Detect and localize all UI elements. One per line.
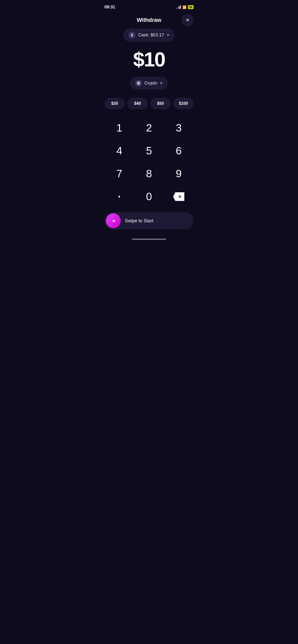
backspace-icon: ✕ xyxy=(173,192,184,201)
numpad-key-1[interactable]: 1 xyxy=(104,116,134,139)
numpad: 1 2 3 4 5 6 7 8 9 · 0 ✕ xyxy=(104,116,194,208)
swipe-cta: » Swipe to Start xyxy=(104,208,194,239)
main-content: Withdraw ✕ $ Cash: $53.17 ▼ $10 Crypto ▼… xyxy=(99,13,199,239)
quick-amount-40[interactable]: $40 xyxy=(127,98,148,109)
header: Withdraw ✕ xyxy=(104,13,194,28)
swipe-arrows-icon: » xyxy=(112,217,114,224)
cash-selector[interactable]: $ Cash: $53.17 ▼ xyxy=(123,28,174,42)
crypto-icon xyxy=(135,80,142,86)
chevron-down-icon: ▼ xyxy=(167,33,170,37)
crypto-selector[interactable]: Crypto ▼ xyxy=(130,77,168,90)
swipe-handle[interactable]: » xyxy=(106,213,121,228)
dollar-symbol: $ xyxy=(131,33,133,37)
numpad-key-0[interactable]: 0 xyxy=(134,185,164,208)
page-title: Withdraw xyxy=(137,17,161,23)
close-button[interactable]: ✕ xyxy=(181,14,194,26)
quick-amount-50[interactable]: $50 xyxy=(150,98,171,109)
home-indicator xyxy=(132,239,166,240)
numpad-key-2[interactable]: 2 xyxy=(134,116,164,139)
cash-label: Cash: $53.17 xyxy=(138,33,164,38)
numpad-key-backspace[interactable]: ✕ xyxy=(164,185,194,208)
numpad-key-4[interactable]: 4 xyxy=(104,139,134,162)
cash-icon: $ xyxy=(128,32,136,39)
close-icon: ✕ xyxy=(186,17,189,23)
quick-amounts: $30 $40 $50 $100 xyxy=(104,98,194,109)
amount-display: $10 xyxy=(133,49,165,70)
svg-marker-1 xyxy=(138,82,139,84)
quick-amount-100[interactable]: $100 xyxy=(173,98,194,109)
status-bar: 09:31 📶 44 xyxy=(99,0,199,13)
status-time: 09:31 xyxy=(104,5,115,10)
numpad-key-dot[interactable]: · xyxy=(104,185,134,208)
numpad-key-6[interactable]: 6 xyxy=(164,139,194,162)
numpad-key-5[interactable]: 5 xyxy=(134,139,164,162)
quick-amount-30[interactable]: $30 xyxy=(104,98,125,109)
wifi-icon: 📶 xyxy=(182,5,186,9)
numpad-key-7[interactable]: 7 xyxy=(104,162,134,185)
status-icons: 📶 44 xyxy=(176,5,194,9)
signal-icon xyxy=(176,5,181,9)
numpad-key-8[interactable]: 8 xyxy=(134,162,164,185)
swipe-track[interactable]: » Swipe to Start xyxy=(104,212,194,229)
numpad-key-3[interactable]: 3 xyxy=(164,116,194,139)
swipe-label: Swipe to Start xyxy=(125,218,153,224)
numpad-key-9[interactable]: 9 xyxy=(164,162,194,185)
chevron-down-icon: ▼ xyxy=(160,81,163,85)
crypto-label: Crypto xyxy=(144,81,157,86)
battery-badge: 44 xyxy=(188,5,194,9)
